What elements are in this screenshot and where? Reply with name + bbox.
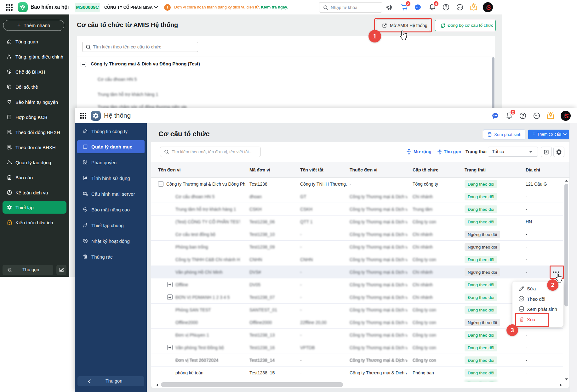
svg-text:S: S xyxy=(487,4,491,11)
svg-text:S: S xyxy=(564,113,569,120)
